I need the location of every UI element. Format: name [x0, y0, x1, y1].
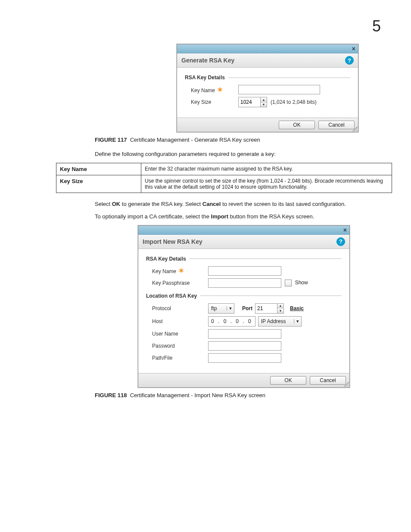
section-rsa-key-details: RSA Key Details: [185, 75, 350, 81]
text: button from the RSA Keys screen.: [228, 213, 314, 220]
key-size-value[interactable]: [239, 97, 260, 107]
page-number: 5: [26, 17, 385, 35]
label-text: Key Name: [191, 87, 215, 93]
arrow-up-icon[interactable]: ▲: [261, 97, 267, 103]
close-icon[interactable]: ×: [343, 227, 347, 233]
cancel-button[interactable]: Cancel: [318, 121, 355, 129]
paragraph-select-ok: Select OK to generate the RSA key. Selec…: [95, 200, 385, 208]
generate-rsa-key-dialog: × Generate RSA Key ? RSA Key Details Key…: [177, 44, 358, 132]
protocol-select[interactable]: ftp ▼: [208, 303, 234, 314]
show-checkbox[interactable]: [285, 280, 292, 286]
required-star-icon: ✶: [217, 86, 223, 93]
row-user-name: User Name: [146, 329, 342, 339]
cell-key-name-desc: Enter the 32 character maximum name assi…: [141, 163, 392, 175]
table-row: Key Name Enter the 32 character maximum …: [56, 163, 392, 175]
section-label: Location of RSA Key: [146, 293, 197, 299]
key-name-input[interactable]: [238, 85, 320, 94]
table-row: Key Size Use the spinner control to set …: [56, 175, 392, 193]
help-icon[interactable]: ?: [345, 56, 354, 65]
key-name-input[interactable]: [208, 266, 281, 276]
key-size-label: Key Size: [185, 99, 238, 105]
arrow-up-icon[interactable]: ▲: [277, 304, 283, 309]
text-bold: Import: [211, 213, 228, 220]
dialog-title-bar: Generate RSA Key ?: [177, 53, 358, 68]
chevron-down-icon[interactable]: ▼: [294, 319, 301, 324]
chevron-down-icon[interactable]: ▼: [227, 306, 234, 311]
arrow-down-icon[interactable]: ▼: [261, 103, 267, 107]
key-name-label: Key Name ✶: [146, 267, 208, 275]
figure-text: Certificate Management - Generate RSA Ke…: [130, 137, 260, 143]
text: Select: [95, 201, 112, 207]
host-label: Host: [146, 318, 208, 324]
divider: [200, 296, 342, 296]
port-label: Port: [242, 305, 252, 311]
dialog-body: RSA Key Details Key Name ✶ Key Size ▲ ▼ …: [177, 68, 358, 118]
spinner-arrows[interactable]: ▲ ▼: [277, 304, 283, 313]
text: To optionally import a CA certificate, s…: [95, 213, 211, 220]
password-input[interactable]: [208, 341, 281, 351]
protocol-label: Protocol: [146, 305, 208, 311]
figure-text: Certificate Management - Import New RSA …: [130, 392, 265, 398]
row-key-name: Key Name ✶: [146, 266, 342, 276]
resize-grip-icon[interactable]: [344, 382, 349, 387]
row-path-file: Path/File: [146, 353, 342, 363]
ok-button[interactable]: OK: [279, 121, 315, 129]
help-icon[interactable]: ?: [336, 237, 345, 246]
divider: [228, 78, 350, 78]
dialog-body: RSA Key Details Key Name ✶ Key Passphras…: [138, 249, 349, 373]
row-key-name: Key Name ✶: [185, 85, 350, 94]
paragraph-define: Define the following configuration param…: [95, 150, 385, 159]
port-value[interactable]: [255, 304, 277, 313]
path-file-input[interactable]: [208, 353, 281, 363]
row-protocol: Protocol ftp ▼ Port ▲ ▼ Basic: [146, 303, 342, 314]
text: to revert the screen to its last saved c…: [221, 201, 346, 207]
figure-number: FIGURE 117: [95, 137, 127, 143]
section-label: RSA Key Details: [185, 75, 225, 81]
params-table: Key Name Enter the 32 character maximum …: [56, 163, 392, 193]
cell-key-size-desc: Use the spinner control to set the size …: [141, 175, 392, 193]
required-star-icon: ✶: [178, 267, 184, 274]
port-spinner[interactable]: ▲ ▼: [255, 303, 284, 314]
spinner-arrows[interactable]: ▲ ▼: [260, 97, 267, 107]
user-name-input[interactable]: [208, 329, 281, 339]
close-icon[interactable]: ×: [352, 45, 355, 52]
basic-link[interactable]: Basic: [290, 305, 304, 311]
dialog-top-bar: ×: [138, 226, 349, 235]
row-password: Password: [146, 341, 342, 351]
resize-grip-icon[interactable]: [352, 126, 358, 131]
import-rsa-key-dialog: × Import New RSA Key ? RSA Key Details K…: [138, 225, 350, 388]
text-bold: OK: [112, 201, 121, 207]
text-bold: Cancel: [202, 201, 221, 207]
key-size-hint: (1,024 to 2,048 bits): [271, 99, 317, 105]
dialog-title-bar: Import New RSA Key ?: [138, 235, 349, 249]
row-key-passphrase: Key Passphrase Show: [146, 278, 342, 288]
show-checkbox-wrap[interactable]: Show: [285, 279, 308, 286]
row-host: Host 0 . 0 . 0 . 0 IP Address ▼: [146, 316, 342, 327]
dialog-title: Generate RSA Key: [181, 57, 234, 64]
dialog-footer: OK Cancel: [177, 118, 358, 132]
dialog-top-bar: ×: [177, 44, 358, 53]
figure-118-caption: FIGURE 118 Certificate Management - Impo…: [95, 392, 385, 398]
path-file-label: Path/File: [146, 355, 208, 361]
figure-117-caption: FIGURE 117 Certificate Management - Gene…: [95, 137, 385, 143]
protocol-value: ftp: [209, 305, 227, 311]
ip-type-select[interactable]: IP Address ▼: [258, 316, 302, 327]
cell-key-name: Key Name: [56, 163, 141, 175]
cell-key-size: Key Size: [56, 175, 141, 193]
section-rsa-key-details: RSA Key Details: [146, 256, 342, 262]
ip-type-value: IP Address: [258, 318, 294, 324]
cancel-button[interactable]: Cancel: [310, 376, 346, 385]
host-ip-input[interactable]: 0 . 0 . 0 . 0: [208, 316, 255, 327]
key-name-label: Key Name ✶: [185, 86, 238, 94]
key-passphrase-input[interactable]: [208, 278, 281, 288]
dialog-footer: OK Cancel: [138, 373, 349, 387]
divider: [190, 258, 342, 259]
text: to generate the RSA key. Select: [120, 201, 202, 207]
paragraph-import: To optionally import a CA certificate, s…: [95, 212, 385, 221]
key-passphrase-label: Key Passphrase: [146, 280, 208, 286]
key-size-spinner[interactable]: ▲ ▼: [238, 97, 267, 107]
label-text: Key Name: [152, 268, 176, 274]
ok-button[interactable]: OK: [270, 376, 306, 385]
show-label: Show: [295, 280, 308, 286]
arrow-down-icon[interactable]: ▼: [277, 308, 283, 313]
